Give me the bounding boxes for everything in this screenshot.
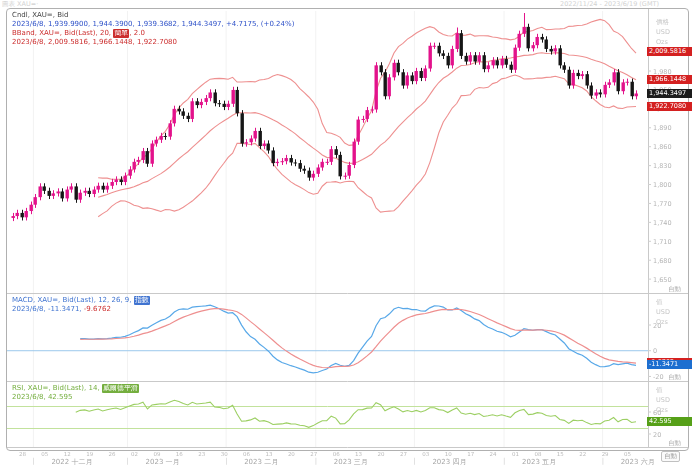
price-axis-currency: USD xyxy=(656,27,670,37)
macd-axis-currency: USD xyxy=(656,307,670,317)
rsi-value-badge: 42.595 xyxy=(647,417,692,426)
time-axis-day-tick: 23 xyxy=(198,451,205,457)
candle-values-label: 2023/6/8, 1,939.9900, 1,944.3900, 1,939.… xyxy=(12,20,294,29)
rsi-series-label: RSI, XAU=, Bid(Last), 14, 威爾德平滑 xyxy=(12,384,139,393)
macd-values-label: 2023/6/8, -11.3471, -9.6762 xyxy=(12,305,150,314)
rsi-legend: RSI, XAU=, Bid(Last), 14, 威爾德平滑 2023/6/8… xyxy=(12,384,139,402)
rsi-label-prefix: RSI, XAU=, Bid(Last), 14, xyxy=(12,384,102,392)
time-axis-month-label: 2023 一月 xyxy=(146,457,180,467)
time-axis-day-tick: 17 xyxy=(467,451,474,457)
time-axis-day-tick: 02 xyxy=(131,451,138,457)
bband-series-label: BBand, XAU=, Bid(Last), 20, 簡單, 2.0 xyxy=(12,29,294,38)
macd-value-badge: -11.3471 xyxy=(647,360,692,369)
date-range-label: 2022/11/24 - 2023/6/19 (GMT) xyxy=(560,0,659,8)
time-axis-month-label: 2023 六月 xyxy=(621,457,655,467)
macd-label-prefix: MACD, XAU=, Bid(Last), 12, 26, 9, xyxy=(12,296,134,304)
macd-series-label: MACD, XAU=, Bid(Last), 12, 26, 9, 指數 xyxy=(12,296,150,305)
candle-series-label: Cndl, XAU=, Bid xyxy=(12,11,294,20)
time-axis-day-tick: 01 xyxy=(512,451,519,457)
time-axis-day-tick: 15 xyxy=(557,451,564,457)
time-axis-month-label: 2022 十二月 xyxy=(51,457,92,467)
bband-upper-badge: 2,009.5816 xyxy=(647,47,692,56)
time-axis-month-label: 2023 二月 xyxy=(244,457,278,467)
time-axis-month-label: 2023 五月 xyxy=(522,457,556,467)
time-axis-month-separator: | xyxy=(413,457,415,465)
price-axis-units: 價格 USD Ozs xyxy=(656,17,670,47)
time-axis-day-tick: 20 xyxy=(378,451,385,457)
time-axis-day-tick: 28 xyxy=(19,451,26,457)
time-axis-month-separator: | xyxy=(315,457,317,465)
rsi-values-label: 2023/6/8, 42.595 xyxy=(12,393,139,402)
time-axis-day-tick: 22 xyxy=(579,451,586,457)
rsi-smoothing-chip: 威爾德平滑 xyxy=(102,384,139,393)
macd-legend: MACD, XAU=, Bid(Last), 12, 26, 9, 指數 202… xyxy=(12,296,150,314)
bband-values-label: 2023/6/8, 2,009.5816, 1,966.1448, 1,922.… xyxy=(12,38,294,47)
time-axis-month-separator: | xyxy=(503,457,505,465)
macd-axis-units: 值 USD Ozs xyxy=(656,297,670,327)
time-axis-month-separator: | xyxy=(127,457,129,465)
time-axis-month-separator: | xyxy=(32,457,34,465)
macd-axis-unit: Ozs xyxy=(656,317,670,327)
macd-axis-title: 值 xyxy=(656,297,670,307)
rsi-axis-unit: Ozs xyxy=(656,405,670,415)
rsi-axis-auto-label[interactable]: 自動 xyxy=(668,439,681,448)
macd-value: 2023/6/8, -11.3471, xyxy=(12,305,84,313)
price-axis-unit: Ozs xyxy=(656,37,670,47)
last-price-badge: 1,944.3497 xyxy=(647,89,692,98)
time-axis-month-separator: | xyxy=(225,457,227,465)
time-axis-day-tick: 26 xyxy=(109,451,116,457)
price-axis-auto-label[interactable]: 自動 xyxy=(668,285,681,294)
macd-signal-value: -9.6762 xyxy=(84,305,111,313)
bband-label-prefix: BBand, XAU=, Bid(Last), 20, xyxy=(12,29,113,37)
bband-label-suffix: , 2.0 xyxy=(129,29,145,37)
rsi-axis-currency: USD xyxy=(656,395,670,405)
bband-ma-type-chip: 簡單 xyxy=(113,29,129,38)
rsi-axis-title: 值 xyxy=(656,385,670,395)
macd-ma-type-chip: 指數 xyxy=(134,296,150,305)
time-axis-day-tick: 03 xyxy=(422,451,429,457)
price-axis-title: 價格 xyxy=(656,17,670,27)
time-axis-day-tick: 05 xyxy=(41,451,48,457)
time-axis-auto-button[interactable]: 自動 xyxy=(661,451,680,462)
time-axis-day-tick: 20 xyxy=(288,451,295,457)
time-axis-month-separator: | xyxy=(602,457,604,465)
macd-axis-auto-label[interactable]: 自動 xyxy=(668,373,681,382)
time-axis-month-label: 2023 四月 xyxy=(432,457,466,467)
chart-window: 圖表 XAU=· 2022/11/24 - 2023/6/19 (GMT) Cn… xyxy=(0,0,694,471)
time-axis-day-tick: 27 xyxy=(400,451,407,457)
bband-middle-badge: 1,966.1448 xyxy=(647,75,692,84)
bband-lower-badge: 1,922.7080 xyxy=(647,102,692,111)
time-axis-day-tick: 24 xyxy=(490,451,497,457)
price-legend: Cndl, XAU=, Bid 2023/6/8, 1,939.9900, 1,… xyxy=(12,11,294,47)
time-axis-month-label: 2023 三月 xyxy=(334,457,368,467)
rsi-axis-units: 值 USD Ozs xyxy=(656,385,670,415)
